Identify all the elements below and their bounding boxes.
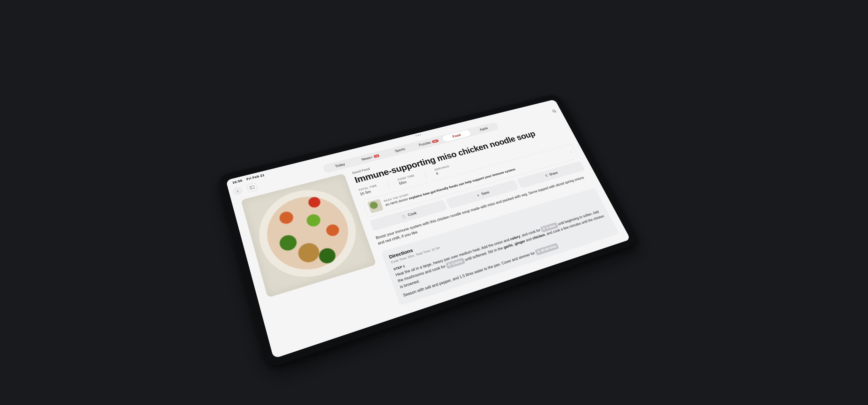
- tab-label: Puzzles: [418, 141, 431, 147]
- button-label: Share: [549, 171, 558, 176]
- svg-point-2: [552, 110, 555, 112]
- svg-rect-0: [249, 185, 254, 189]
- meta-servings: SERVINGS 4: [434, 165, 452, 176]
- sidebar-icon: [249, 185, 254, 190]
- search-icon: [551, 109, 557, 113]
- multitask-dots-icon[interactable]: [415, 135, 422, 139]
- sidebar-toggle-button[interactable]: [246, 182, 258, 193]
- plus-icon: ＋: [475, 193, 481, 198]
- tab-label: Today: [334, 162, 345, 168]
- status-right: [552, 102, 553, 105]
- tablet-bezel: 16:59 Fri Feb 21 ‹: [217, 93, 639, 369]
- chevron-left-icon: ‹: [236, 189, 239, 194]
- divider: [424, 171, 427, 178]
- badge: 10+: [431, 139, 439, 143]
- screen: 16:59 Fri Feb 21 ‹: [226, 99, 630, 359]
- chevron-right-icon: ›: [569, 150, 573, 154]
- divider: [386, 181, 390, 189]
- story-thumbnail: [367, 199, 383, 213]
- tab-label: Apple: [479, 126, 488, 132]
- article-content: Good Food Immune-supporting miso chicken…: [231, 116, 630, 359]
- meta-total-time: TOTAL TIME 1h 5m: [358, 184, 379, 196]
- tab-label: News+: [361, 155, 373, 162]
- meta-cook-time: COOK TIME 55m: [397, 174, 417, 186]
- utensils-icon: 🍴: [401, 213, 407, 219]
- tab-label: Food: [452, 133, 461, 138]
- back-button[interactable]: ‹: [231, 186, 243, 196]
- badge: 13: [373, 154, 380, 158]
- button-label: Cook: [407, 211, 417, 217]
- svg-line-1: [251, 186, 251, 189]
- share-icon: ⇧: [544, 173, 549, 178]
- tab-label: Sports: [394, 147, 406, 153]
- button-label: Save: [480, 190, 490, 196]
- search-button[interactable]: [549, 107, 560, 115]
